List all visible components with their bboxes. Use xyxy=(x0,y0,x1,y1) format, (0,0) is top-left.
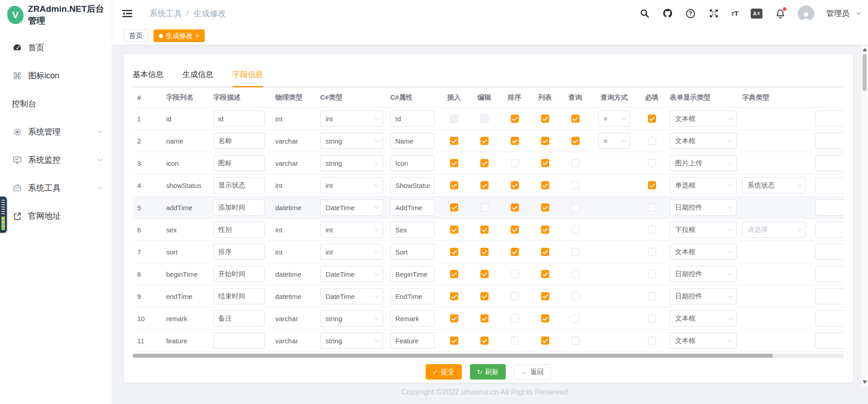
sidebar-fold-icon[interactable] xyxy=(122,10,132,18)
insert-checkbox[interactable] xyxy=(450,181,458,189)
extra-input[interactable] xyxy=(815,244,844,260)
scroll-down-arrow-icon[interactable] xyxy=(863,380,867,384)
sort-checkbox[interactable] xyxy=(511,314,519,322)
query-checkbox[interactable] xyxy=(571,181,580,189)
description-input[interactable] xyxy=(213,221,265,238)
csharp-type-select[interactable]: string xyxy=(320,155,383,171)
display-type-select[interactable]: 日期控件 xyxy=(670,266,737,282)
vertical-scrollbar-thumb[interactable] xyxy=(863,54,867,91)
csharp-type-select[interactable]: int xyxy=(320,244,383,260)
required-checkbox[interactable] xyxy=(648,292,656,300)
csharp-property-input[interactable] xyxy=(390,155,435,171)
sort-checkbox[interactable] xyxy=(511,203,519,212)
csharp-type-select[interactable]: string xyxy=(320,310,383,327)
query-method-select[interactable]: = xyxy=(598,133,630,149)
dict-type-select[interactable]: 请选择 xyxy=(742,221,806,238)
display-type-select[interactable]: 单选框 xyxy=(670,177,737,193)
csharp-type-select[interactable]: DateTime xyxy=(320,266,383,282)
scroll-up-arrow-icon[interactable] xyxy=(863,48,867,51)
extra-input[interactable] xyxy=(815,288,844,304)
insert-checkbox[interactable] xyxy=(450,226,458,234)
query-checkbox[interactable] xyxy=(571,203,580,212)
sort-checkbox[interactable] xyxy=(511,248,519,256)
extra-input[interactable] xyxy=(815,155,844,171)
sort-checkbox[interactable] xyxy=(511,226,519,234)
required-checkbox[interactable] xyxy=(648,115,656,123)
edit-checkbox[interactable] xyxy=(480,203,489,212)
description-input[interactable] xyxy=(213,288,265,304)
list-checkbox[interactable] xyxy=(541,203,549,212)
display-type-select[interactable]: 文本框 xyxy=(670,244,737,260)
edit-checkbox[interactable] xyxy=(480,292,489,300)
github-icon[interactable] xyxy=(662,8,673,19)
display-type-select[interactable]: 日期控件 xyxy=(670,199,737,216)
display-type-select[interactable]: 文本框 xyxy=(670,310,737,327)
display-type-select[interactable]: 下拉框 xyxy=(670,221,737,238)
theme-drawer-handle[interactable] xyxy=(0,197,7,233)
description-input[interactable] xyxy=(213,266,265,282)
required-checkbox[interactable] xyxy=(648,314,656,322)
insert-checkbox[interactable] xyxy=(450,203,458,212)
insert-checkbox[interactable] xyxy=(450,292,458,300)
query-checkbox[interactable] xyxy=(571,337,580,345)
close-icon[interactable]: × xyxy=(196,33,199,39)
insert-checkbox[interactable] xyxy=(450,115,458,123)
display-type-select[interactable]: 日期控件 xyxy=(670,288,737,304)
csharp-property-input[interactable] xyxy=(390,244,435,260)
list-checkbox[interactable] xyxy=(541,115,549,123)
query-checkbox[interactable] xyxy=(571,292,580,300)
display-type-select[interactable]: 文本框 xyxy=(670,133,737,149)
notification-bell-icon[interactable] xyxy=(775,8,786,19)
list-checkbox[interactable] xyxy=(541,270,549,278)
display-type-select[interactable]: 文本框 xyxy=(670,111,737,127)
description-input[interactable] xyxy=(213,133,265,149)
edit-checkbox[interactable] xyxy=(480,226,489,234)
back-button[interactable]: ← 返回 xyxy=(514,364,551,380)
tab-field-info[interactable]: 字段信息 xyxy=(232,69,263,87)
csharp-property-input[interactable] xyxy=(390,266,435,282)
sort-checkbox[interactable] xyxy=(511,181,519,189)
edit-checkbox[interactable] xyxy=(480,314,489,322)
sidebar-item-official-site[interactable]: 官网地址 xyxy=(0,202,112,230)
csharp-type-select[interactable]: string xyxy=(320,332,383,349)
sort-checkbox[interactable] xyxy=(511,337,519,345)
csharp-property-input[interactable] xyxy=(390,288,435,304)
extra-input[interactable] xyxy=(815,177,844,193)
sidebar-item-home[interactable]: 首页 xyxy=(0,34,112,62)
sidebar-item-system-monitor[interactable]: 系统监控 xyxy=(0,146,112,174)
extra-input[interactable] xyxy=(815,133,844,149)
csharp-type-select[interactable]: int xyxy=(320,111,383,127)
font-size-icon[interactable]: TT xyxy=(731,10,739,17)
csharp-property-input[interactable] xyxy=(390,310,435,327)
sort-checkbox[interactable] xyxy=(511,292,519,300)
required-checkbox[interactable] xyxy=(648,270,656,278)
refresh-button[interactable]: ↻ 刷新 xyxy=(470,364,506,380)
search-icon[interactable] xyxy=(639,8,650,19)
query-checkbox[interactable] xyxy=(571,314,580,322)
edit-checkbox[interactable] xyxy=(480,270,489,278)
required-checkbox[interactable] xyxy=(648,248,656,256)
description-input[interactable] xyxy=(213,332,265,349)
sort-checkbox[interactable] xyxy=(511,270,519,278)
edit-checkbox[interactable] xyxy=(480,137,489,145)
list-checkbox[interactable] xyxy=(541,159,549,167)
breadcrumb-item[interactable]: 系统工具 xyxy=(149,8,182,19)
csharp-property-input[interactable] xyxy=(390,111,435,127)
extra-input[interactable] xyxy=(815,266,844,282)
description-input[interactable] xyxy=(213,155,265,171)
query-checkbox[interactable] xyxy=(571,115,580,123)
extra-input[interactable] xyxy=(815,221,844,238)
query-checkbox[interactable] xyxy=(571,159,580,167)
sidebar-item-icons[interactable]: ⌘ 图标icon xyxy=(0,62,112,90)
required-checkbox[interactable] xyxy=(648,159,656,167)
dict-type-select[interactable]: 系统状态 xyxy=(742,177,806,193)
vertical-scrollbar[interactable] xyxy=(861,45,868,386)
list-checkbox[interactable] xyxy=(541,337,549,345)
csharp-type-select[interactable]: int xyxy=(320,177,383,193)
required-checkbox[interactable] xyxy=(648,226,656,234)
tag-home[interactable]: 首页 xyxy=(124,29,148,42)
sort-checkbox[interactable] xyxy=(511,115,519,123)
required-checkbox[interactable] xyxy=(648,203,656,212)
csharp-type-select[interactable]: int xyxy=(320,221,383,238)
insert-checkbox[interactable] xyxy=(450,248,458,256)
